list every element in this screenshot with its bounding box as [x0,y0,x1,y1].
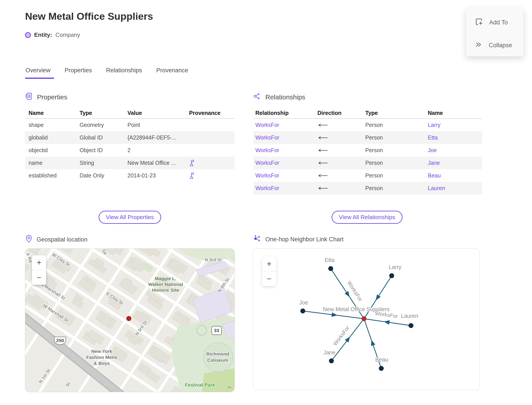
relationship-link[interactable]: WorksFor [255,135,317,141]
direction-left-arrow-icon [317,174,365,177]
map-label: N 3rd St [205,257,222,262]
chart-node-label: Joe [299,299,308,306]
relationship-link[interactable]: WorksFor [255,122,317,128]
map-zoom-out-button[interactable]: − [32,270,46,285]
map-label: Maggie L. [155,276,176,281]
table-row[interactable]: globalid Global ID {A228944F-0EF5-... [25,131,234,144]
col-direction: Direction [317,110,365,116]
link-chart-card: WorksForWorksForWorksForEttaLarryJoeLaur… [253,248,480,390]
properties-table: Name Type Value Provenance shape Geometr… [25,107,234,182]
chart-node-larry[interactable] [389,273,394,278]
prop-name: name [29,160,80,166]
related-entity-link[interactable]: Larry [428,122,482,128]
related-type: Person [365,160,428,166]
table-row[interactable]: WorksFor Person Jane [253,157,482,169]
provenance-flag-icon[interactable] [189,172,234,179]
tab-properties[interactable]: Properties [65,67,92,78]
related-type: Person [365,135,428,141]
col-name: Name [428,110,482,116]
direction-left-arrow-icon [317,161,365,165]
table-row[interactable]: objectid Object ID 2 [25,144,234,157]
prop-value: 2 [127,147,189,154]
table-row[interactable]: WorksFor Person Lauren [253,182,482,195]
tab-relationships[interactable]: Relationships [106,67,142,78]
col-relationship: Relationship [255,110,317,116]
map-zoom-control: + − [32,255,46,285]
relationship-link[interactable]: WorksFor [255,160,317,166]
direction-left-arrow-icon [317,187,365,190]
chart-node-label: Lauren [401,313,418,319]
relationships-table-header: Relationship Direction Type Name [253,107,482,119]
chart-node-etta[interactable] [328,266,333,271]
table-row[interactable]: name String New Metal Office ... [25,157,234,169]
properties-icon [25,92,33,102]
table-row[interactable]: shape Geometry Point [25,119,234,131]
properties-section-title: Properties [37,93,67,101]
chart-node-label: Beau [375,357,388,363]
map-attribution-toggle[interactable] [225,384,234,391]
table-row[interactable]: established Date Only 2014-01-23 [25,169,234,182]
map-zoom-in-button[interactable]: + [32,255,46,270]
provenance-flag-icon[interactable] [189,160,234,167]
chart-node-lauren[interactable] [409,323,413,328]
add-to-icon [475,18,483,27]
table-row[interactable]: WorksFor Person Beau [253,169,482,182]
chart-node-jane[interactable] [329,358,334,363]
col-type: Type [365,110,428,116]
properties-table-header: Name Type Value Provenance [25,107,234,119]
chart-node-beau[interactable] [379,366,384,371]
geospatial-title: Geospatial location [37,236,87,243]
col-value: Value [127,110,189,116]
chart-center-label: New Metal Office Suppliers [323,306,389,312]
related-entity-link[interactable]: Etta [428,135,482,141]
map-location-marker[interactable] [126,316,131,321]
related-entity-link[interactable]: Jane [428,160,482,166]
map-label: Richmond [206,351,229,357]
direction-left-arrow-icon [317,123,365,127]
prop-value: {A228944F-0EF5-... [127,135,189,141]
entity-label: Entity: [34,32,52,38]
related-entity-link[interactable]: Beau [428,172,482,179]
one-hop-icon [253,235,261,244]
chart-edge-label: WorksFor [346,280,364,303]
col-provenance: Provenance [189,110,234,116]
map-canvas[interactable]: 250 33 W Clay StE Clay StW Marshall StW … [25,249,234,392]
link-chart-canvas[interactable]: WorksForWorksForWorksForEttaLarryJoeLaur… [253,249,479,390]
col-type: Type [80,110,127,116]
table-row[interactable]: WorksFor Person Etta [253,131,482,144]
map-label: Festival Park [185,382,215,388]
related-entity-link[interactable]: Lauren [428,185,482,191]
chart-node-label: Larry [389,264,401,270]
chart-zoom-out-button[interactable]: − [262,271,276,286]
view-all-relationships-button[interactable]: View All Relationships [332,211,403,224]
double-chevron-right-icon [475,41,483,50]
relationship-link[interactable]: WorksFor [255,172,317,179]
collapse-button[interactable]: Collapse [475,41,512,50]
prop-type: Geometry [80,122,127,128]
map-label: Coliseum [207,358,228,363]
prop-type: String [80,160,127,166]
tab-overview[interactable]: Overview [26,67,51,78]
map-label: Historic Site [152,287,179,293]
relationship-link[interactable]: WorksFor [255,185,317,191]
chart-node-center[interactable] [362,316,366,321]
chart-zoom-in-button[interactable]: + [262,256,276,271]
add-to-button[interactable]: Add To [475,18,508,27]
view-all-properties-button[interactable]: View All Properties [99,211,161,224]
entity-row: Entity: Company [25,32,80,38]
one-hop-title: One-hop Neighbor Link Chart [265,236,344,243]
direction-left-arrow-icon [317,148,365,152]
map-label: Walker National [148,282,183,287]
one-hop-heading: One-hop Neighbor Link Chart [253,235,344,244]
related-type: Person [365,122,428,128]
prop-value: Point [127,122,189,128]
related-entity-link[interactable]: Joe [428,147,482,154]
table-row[interactable]: WorksFor Person Larry [253,119,482,131]
properties-section-heading: Properties [25,92,67,102]
chart-node-joe[interactable] [300,309,305,313]
table-row[interactable]: WorksFor Person Joe [253,144,482,157]
relationship-link[interactable]: WorksFor [255,147,317,154]
relationships-table: Relationship Direction Type Name WorksFo… [253,107,482,195]
chart-edge-arrow [345,335,352,343]
tab-provenance[interactable]: Provenance [156,67,188,78]
